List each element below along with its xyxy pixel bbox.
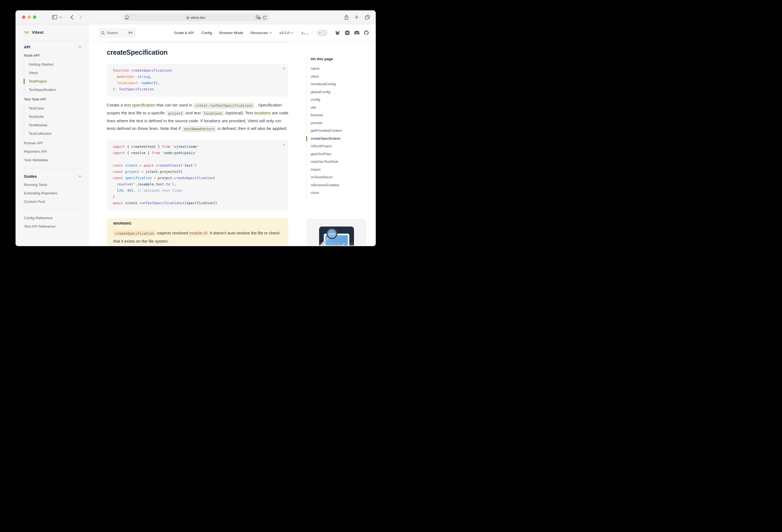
chevron-down-icon [306,34,309,35]
zoom-window-button[interactable] [33,15,36,19]
tab-overview-icon[interactable] [365,15,370,20]
bluesky-icon[interactable] [335,31,340,35]
browser-window: vitest.dev A [15,10,376,246]
sidebar-item-config-reference[interactable]: Config Reference [24,214,81,222]
toc-item-browser[interactable]: browser [311,111,369,119]
toc-item-isbrowserenabled[interactable]: isBrowserEnabled [311,181,369,189]
sidebar-item-test-api-reference[interactable]: Test API Reference [24,222,81,230]
site-title: Vitest [32,30,43,35]
sidebar-item-vitest[interactable]: Vitest [29,69,81,77]
sidebar-item-reporters-api[interactable]: Reporters API [24,147,81,156]
toc-item-config[interactable]: config [311,96,369,104]
address-bar[interactable]: vitest.dev A [123,13,269,21]
toc-item-serializedconfig[interactable]: serializedConfig [311,80,369,88]
inline-code-link[interactable]: testNamePattern [182,126,216,132]
text-link[interactable]: test specification [124,103,155,108]
sun-icon [318,31,321,34]
nav-divider [313,30,313,36]
toc-item-globalconfig[interactable]: globalConfig [311,88,369,96]
new-tab-icon[interactable] [355,15,359,19]
nav-dropdown-label: v3.0.0 [279,31,289,35]
code-line: await vitest.runTestSpecifications([spec… [113,200,282,206]
sidebar-item-runner-api[interactable]: Runner API [24,139,81,147]
code-line: resolve('./example.test.ts'), [113,181,282,187]
toc-item-getprovidedcontext[interactable]: getProvidedContext [311,127,369,135]
sidebar-item-task-metadata[interactable]: Task Metadata [24,156,81,164]
minimize-window-button[interactable] [28,15,31,19]
lock-icon [186,16,189,19]
sidebar-item-test-task-api[interactable]: Test Task API [24,95,81,103]
sidebar-section-api[interactable]: API [24,43,81,51]
sidebar-item-node-api[interactable]: Node API [24,51,81,60]
search-input[interactable]: Search ⌘K [98,28,136,38]
code-lang-badge: ts [283,65,285,72]
sidebar-toggle-icon[interactable] [52,15,57,19]
chevron-down-icon [269,32,272,34]
toc-item-vite[interactable]: vite [311,104,369,112]
theme-toggle[interactable] [317,30,327,36]
sidebar-section-label: Guides [24,174,37,179]
sidebar-item-custom-pool[interactable]: Custom Pool [24,198,81,206]
sidebar-item-testsuite[interactable]: TestSuite [29,112,81,121]
sidebar-item-extending-reporters[interactable]: Extending Reporters [24,189,81,198]
toc-item-globtestfiles[interactable]: globTestFiles [311,150,369,158]
code-block-example: ts import { createVitest } from 'vitest/… [107,140,288,210]
nav-dropdown-v3-0-0[interactable]: v3.0.0 [279,31,293,35]
desktop-background: vitest.dev A [0,0,391,266]
code-line: import { resolve } from 'node:path/posix… [113,150,282,156]
toc-item-vitest[interactable]: vitest [311,73,369,80]
site-logo[interactable]: Vitest [15,24,89,40]
toc-item-matchestestglob[interactable]: matchesTestGlob [311,158,369,166]
code-line: function createSpecification( [113,67,282,73]
warning-title: WARNING [113,221,282,225]
svg-text:A: A [257,16,258,18]
toc-item-provide[interactable]: provide [311,119,369,127]
code-line: ): TestSpecification [113,86,282,92]
nav-dropdown-resources[interactable]: Resources [250,31,272,35]
nav-link-config[interactable]: Config [202,31,212,35]
nav-link-browser-mode[interactable]: Browser Mode [219,31,243,35]
sidebar-item-testproject[interactable]: TestProject [29,77,81,85]
sponsor-ad-card[interactable]: </> [307,219,366,246]
previous-code-block-tail [107,42,288,43]
toc-item-ontestsrerun[interactable]: onTestsRerun [311,173,369,181]
share-icon[interactable] [345,15,349,20]
inline-code-link[interactable]: vitest.runTestSpecifications [193,103,255,108]
chevron-down-icon [290,32,293,34]
mastodon-icon[interactable]: m [345,31,350,35]
code-line: [20, 40], // optional test lines [113,187,282,193]
sidebar-section-guides[interactable]: Guides [24,172,81,180]
text-link[interactable]: module ID [189,230,208,236]
sidebar-item-getting-started[interactable]: Getting Started [29,60,81,69]
toc-item-createspecification[interactable]: createSpecification [311,135,369,143]
sidebar-item-testspecification[interactable]: TestSpecification [29,85,81,94]
forward-button[interactable] [79,15,82,20]
sidebar-item-testmodule[interactable]: TestModule [29,121,81,129]
sidebar-item-testcase[interactable]: TestCase [29,104,81,112]
toc-item-import[interactable]: import [311,166,369,174]
nav-divider [331,30,332,36]
top-navbar: Search ⌘K Guide & APIConfigBrowser ModeR… [89,24,376,42]
reload-icon[interactable] [263,15,266,20]
sidebar-menu-chevron-icon[interactable] [59,16,66,18]
language-switcher[interactable]: ẋA [301,31,309,35]
sidebar-item-running-tests[interactable]: Running Tests [24,180,81,189]
toc-item-isrootproject[interactable]: isRootProject [311,142,369,150]
translate-icon[interactable]: A [256,15,260,19]
toc-item-name[interactable]: name [311,65,369,73]
social-links: m [335,31,369,35]
back-button[interactable] [71,15,73,20]
discord-icon[interactable] [354,31,359,35]
page-content: createSpecification ts function createSp… [89,42,376,246]
search-placeholder: Search [107,31,125,35]
toc-item-close[interactable]: close [311,189,369,197]
code-line: const vitest = await createVitest('test'… [113,162,282,169]
sidebar-group-divider [24,210,81,210]
on-this-page: On this page namevitestserializedConfigg… [306,56,369,199]
sidebar-item-testcollection[interactable]: TestCollection [29,129,81,138]
nav-link-guide-api[interactable]: Guide & API [174,31,194,35]
close-window-button[interactable] [22,15,25,19]
code-lang-badge: ts [283,142,285,148]
text-link[interactable]: locations [254,110,271,116]
github-icon[interactable] [364,31,369,35]
